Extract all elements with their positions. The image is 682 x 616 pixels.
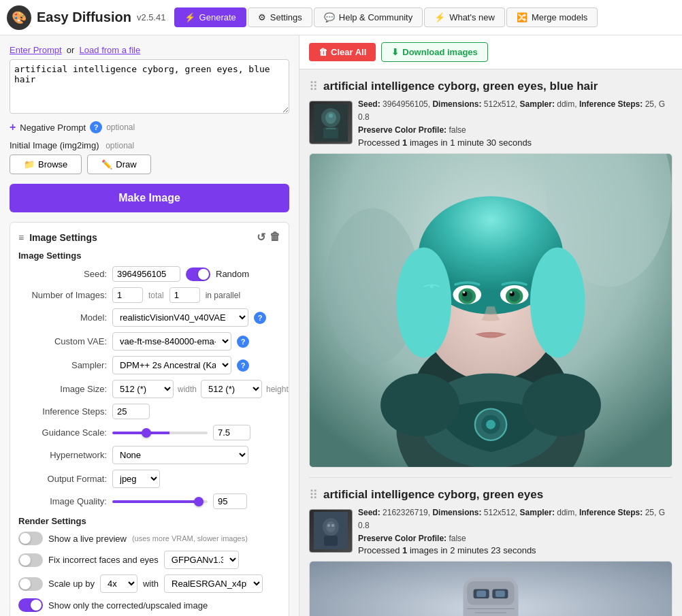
result-1-thumb bbox=[309, 101, 353, 144]
scale-up-toggle[interactable] bbox=[18, 577, 43, 591]
svg-point-36 bbox=[522, 373, 601, 436]
guidance-scale-slider[interactable] bbox=[112, 432, 208, 434]
vae-help-icon[interactable]: ? bbox=[237, 336, 249, 348]
result-1-info: Seed: 3964956105, Dimensions: 512x512, S… bbox=[358, 98, 672, 148]
result-2-info: Seed: 2162326719, Dimensions: 512x512, S… bbox=[358, 506, 672, 556]
model-row: Model: realisticVisionV40_v40VAE ? bbox=[18, 308, 280, 327]
download-images-button[interactable]: ⬇ Download images bbox=[381, 42, 488, 62]
width-select[interactable]: 512 (*) bbox=[112, 380, 174, 398]
svg-point-19 bbox=[530, 247, 585, 357]
seed-row: Seed: Random bbox=[18, 266, 280, 282]
svg-point-30 bbox=[430, 285, 434, 289]
tab-settings[interactable]: ⚙ Settings bbox=[248, 7, 312, 27]
guidance-scale-input[interactable] bbox=[213, 425, 250, 440]
result-1-image-container bbox=[309, 153, 672, 468]
clear-all-button[interactable]: 🗑 Clear All bbox=[309, 43, 376, 61]
image-size-row: Image Size: 512 (*) width 512 (*) height bbox=[18, 380, 280, 398]
result-2-processed: Processed 1 images in 2 minutes 23 secon… bbox=[358, 545, 672, 555]
app-name: Easy Diffusion bbox=[37, 10, 131, 25]
fix-faces-toggle[interactable] bbox=[18, 553, 43, 567]
show-corrected-row: Show only the corrected/upscaled image bbox=[18, 598, 280, 612]
result-1-title: artificial intelligence cyborg, green ey… bbox=[323, 80, 598, 93]
result-2-thumb bbox=[309, 509, 353, 553]
image-settings-subtitle: Image Settings bbox=[18, 250, 280, 261]
svg-point-3 bbox=[329, 114, 333, 118]
fix-faces-model-select[interactable]: GFPGANv1.3 bbox=[164, 551, 239, 569]
prompt-input[interactable]: artificial intelligence cyborg, green ey… bbox=[10, 59, 289, 114]
tab-generate[interactable]: ⚡ Generate bbox=[174, 7, 246, 27]
init-image-buttons: 📁 Browse ✏️ Draw bbox=[10, 155, 289, 174]
trash-icon: 🗑 bbox=[319, 47, 327, 57]
svg-point-28 bbox=[463, 291, 465, 293]
help-icon: 💬 bbox=[324, 12, 335, 22]
image-quality-slider[interactable] bbox=[112, 500, 208, 503]
download-icon: ⬇ bbox=[391, 47, 399, 57]
init-image-label: Initial Image (img2img) optional bbox=[10, 140, 289, 150]
model-help-icon[interactable]: ? bbox=[254, 312, 266, 324]
svg-rect-42 bbox=[324, 536, 338, 546]
svg-point-35 bbox=[380, 373, 459, 436]
result-1-meta-row: Seed: 3964956105, Dimensions: 512x512, S… bbox=[309, 98, 672, 148]
num-images-input[interactable] bbox=[112, 287, 143, 303]
svg-point-39 bbox=[326, 521, 336, 532]
fix-faces-row: Fix incorrect faces and eyes GFPGANv1.3 bbox=[18, 551, 280, 569]
neg-prompt-row: + Negative Prompt ? optional bbox=[10, 121, 289, 133]
height-select[interactable]: 512 (*) bbox=[201, 380, 262, 398]
custom-vae-select[interactable]: vae-ft-mse-840000-ema-pruned bbox=[112, 332, 231, 351]
live-preview-toggle[interactable] bbox=[18, 532, 43, 545]
browse-button[interactable]: 📁 Browse bbox=[10, 155, 82, 174]
make-image-button[interactable]: Make Image bbox=[10, 184, 289, 212]
scale-up-factor-select[interactable]: 4x bbox=[100, 574, 137, 593]
output-format-select[interactable]: jpeg bbox=[112, 470, 160, 488]
app-logo: 🎨 Easy Diffusion v2.5.41 bbox=[7, 5, 166, 30]
image-settings-header: ≡ Image Settings ↺ 🗑 bbox=[18, 231, 280, 244]
prompt-label-row: Enter Prompt or Load from a file bbox=[10, 45, 289, 55]
seed-input[interactable] bbox=[112, 266, 180, 282]
result-block-1: ⠿ artificial intelligence cyborg, green … bbox=[299, 69, 682, 477]
guidance-scale-row: Guidance Scale: bbox=[18, 425, 280, 440]
svg-rect-52 bbox=[496, 591, 505, 597]
app-version: v2.5.41 bbox=[137, 12, 166, 22]
scale-up-model-select[interactable]: RealESRGAN_x4plus bbox=[164, 574, 263, 593]
tab-merge[interactable]: 🔀 Merge models bbox=[506, 7, 598, 27]
tab-whats-new[interactable]: ⚡ What's new bbox=[424, 7, 505, 27]
sampler-help-icon[interactable]: ? bbox=[237, 359, 249, 372]
delete-icon[interactable]: 🗑 bbox=[270, 231, 280, 244]
output-format-row: Output Format: jpeg bbox=[18, 470, 280, 488]
svg-point-18 bbox=[396, 247, 451, 357]
pencil-icon: ✏️ bbox=[101, 159, 112, 169]
main-layout: Enter Prompt or Load from a file artific… bbox=[0, 35, 682, 616]
drag-handle-2-icon: ⠿ bbox=[309, 487, 318, 502]
load-from-file-link[interactable]: Load from a file bbox=[80, 45, 141, 55]
right-toolbar: 🗑 Clear All ⬇ Download images bbox=[299, 35, 682, 69]
sampler-select[interactable]: DPM++ 2s Ancestral (Karras) bbox=[112, 356, 231, 374]
scale-up-row: Scale up by 4x with RealESRGAN_x4plus bbox=[18, 574, 280, 593]
inference-steps-input[interactable] bbox=[112, 404, 150, 419]
neg-prompt-help-icon[interactable]: ? bbox=[90, 121, 102, 133]
draw-button[interactable]: ✏️ Draw bbox=[87, 155, 150, 174]
merge-icon: 🔀 bbox=[517, 12, 527, 22]
result-2-image-container bbox=[309, 561, 672, 616]
image-quality-input[interactable] bbox=[213, 493, 247, 509]
reset-icon[interactable]: ↺ bbox=[257, 231, 265, 244]
sampler-row: Sampler: DPM++ 2s Ancestral (Karras) ? bbox=[18, 356, 280, 374]
custom-vae-row: Custom VAE: vae-ft-mse-840000-ema-pruned… bbox=[18, 332, 280, 351]
show-corrected-toggle[interactable] bbox=[18, 598, 43, 612]
svg-point-29 bbox=[510, 291, 512, 293]
model-select[interactable]: realisticVisionV40_v40VAE bbox=[112, 308, 248, 327]
num-parallel-input[interactable] bbox=[169, 287, 200, 303]
left-panel: Enter Prompt or Load from a file artific… bbox=[0, 35, 299, 616]
settings-icon: ⚙ bbox=[258, 12, 266, 22]
drag-handle-icon: ⠿ bbox=[309, 79, 318, 94]
whats-new-icon: ⚡ bbox=[434, 12, 445, 22]
result-2-meta-row: Seed: 2162326719, Dimensions: 512x512, S… bbox=[309, 506, 672, 556]
result-2-header: ⠿ artificial intelligence cyborg, green … bbox=[309, 487, 672, 502]
svg-rect-51 bbox=[476, 591, 486, 597]
nav-tabs: ⚡ Generate ⚙ Settings 💬 Help & Community… bbox=[174, 7, 598, 27]
hypernetwork-select[interactable]: None bbox=[112, 446, 248, 464]
random-toggle[interactable] bbox=[186, 268, 210, 281]
svg-point-41 bbox=[331, 524, 334, 527]
tab-help[interactable]: 💬 Help & Community bbox=[314, 7, 423, 27]
topnav: 🎨 Easy Diffusion v2.5.41 ⚡ Generate ⚙ Se… bbox=[0, 0, 682, 35]
result-1-image bbox=[310, 154, 672, 467]
